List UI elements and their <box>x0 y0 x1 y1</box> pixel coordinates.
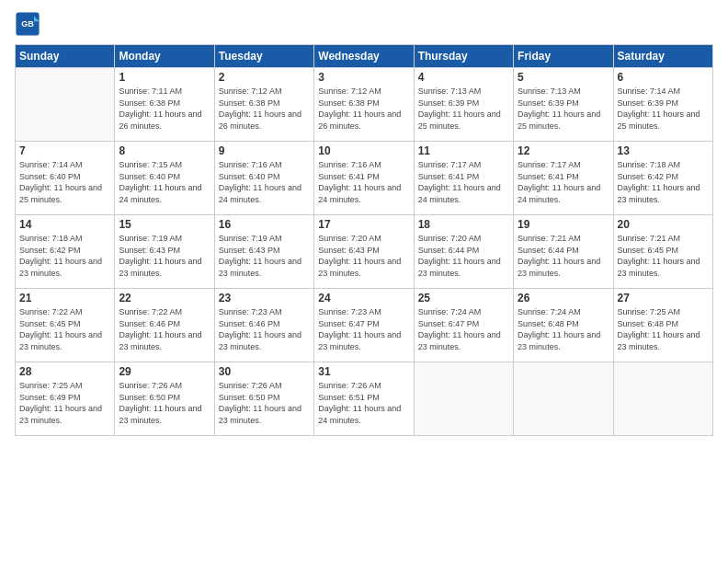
calendar-cell: 15Sunrise: 7:19 AMSunset: 6:43 PMDayligh… <box>115 215 214 289</box>
day-number: 18 <box>418 218 509 231</box>
calendar-cell: 3Sunrise: 7:12 AMSunset: 6:38 PMDaylight… <box>314 68 414 142</box>
day-info: Sunrise: 7:24 AMSunset: 6:47 PMDaylight:… <box>418 306 509 352</box>
calendar-cell: 21Sunrise: 7:22 AMSunset: 6:45 PMDayligh… <box>16 289 115 362</box>
calendar-cell: 11Sunrise: 7:17 AMSunset: 6:41 PMDayligh… <box>414 142 513 215</box>
day-number: 26 <box>518 292 609 304</box>
day-info: Sunrise: 7:13 AMSunset: 6:39 PMDaylight:… <box>518 86 609 132</box>
weekday-wednesday: Wednesday <box>314 45 414 68</box>
calendar-cell: 4Sunrise: 7:13 AMSunset: 6:39 PMDaylight… <box>414 68 513 142</box>
day-number: 19 <box>518 218 609 231</box>
day-number: 16 <box>219 218 310 231</box>
calendar-cell: 23Sunrise: 7:23 AMSunset: 6:46 PMDayligh… <box>214 289 313 362</box>
calendar-cell: 9Sunrise: 7:16 AMSunset: 6:40 PMDaylight… <box>214 142 313 215</box>
calendar-cell <box>613 362 712 436</box>
calendar-cell: 16Sunrise: 7:19 AMSunset: 6:43 PMDayligh… <box>214 215 313 289</box>
calendar-cell: 10Sunrise: 7:16 AMSunset: 6:41 PMDayligh… <box>314 142 414 215</box>
day-number: 11 <box>418 144 509 157</box>
week-row-4: 28Sunrise: 7:25 AMSunset: 6:49 PMDayligh… <box>16 362 713 436</box>
calendar-cell: 30Sunrise: 7:26 AMSunset: 6:50 PMDayligh… <box>214 362 313 436</box>
day-info: Sunrise: 7:26 AMSunset: 6:51 PMDaylight:… <box>318 380 409 426</box>
day-info: Sunrise: 7:16 AMSunset: 6:40 PMDaylight:… <box>219 159 310 205</box>
calendar-cell: 13Sunrise: 7:18 AMSunset: 6:42 PMDayligh… <box>613 142 712 215</box>
day-number: 4 <box>418 71 509 84</box>
day-number: 23 <box>219 292 310 304</box>
weekday-tuesday: Tuesday <box>214 45 313 68</box>
calendar-cell: 22Sunrise: 7:22 AMSunset: 6:46 PMDayligh… <box>115 289 214 362</box>
day-number: 30 <box>219 365 310 378</box>
day-info: Sunrise: 7:15 AMSunset: 6:40 PMDaylight:… <box>119 159 210 205</box>
calendar-header: SundayMondayTuesdayWednesdayThursdayFrid… <box>16 45 713 68</box>
day-info: Sunrise: 7:11 AMSunset: 6:38 PMDaylight:… <box>119 86 210 132</box>
calendar-table: SundayMondayTuesdayWednesdayThursdayFrid… <box>15 44 713 436</box>
calendar-cell: 31Sunrise: 7:26 AMSunset: 6:51 PMDayligh… <box>314 362 414 436</box>
day-info: Sunrise: 7:23 AMSunset: 6:47 PMDaylight:… <box>318 306 409 352</box>
calendar-cell: 20Sunrise: 7:21 AMSunset: 6:45 PMDayligh… <box>613 215 712 289</box>
day-number: 1 <box>119 71 210 84</box>
calendar-cell <box>414 362 513 436</box>
day-number: 12 <box>518 144 609 157</box>
logo-icon: GB <box>15 11 40 37</box>
day-number: 6 <box>618 71 709 84</box>
day-info: Sunrise: 7:21 AMSunset: 6:45 PMDaylight:… <box>618 233 709 279</box>
week-row-0: 1Sunrise: 7:11 AMSunset: 6:38 PMDaylight… <box>16 68 713 142</box>
day-number: 13 <box>618 144 709 157</box>
calendar-cell: 14Sunrise: 7:18 AMSunset: 6:42 PMDayligh… <box>16 215 115 289</box>
day-number: 20 <box>618 218 709 231</box>
weekday-friday: Friday <box>514 45 613 68</box>
day-info: Sunrise: 7:26 AMSunset: 6:50 PMDaylight:… <box>219 380 310 426</box>
day-info: Sunrise: 7:17 AMSunset: 6:41 PMDaylight:… <box>418 159 509 205</box>
day-info: Sunrise: 7:12 AMSunset: 6:38 PMDaylight:… <box>219 86 310 132</box>
calendar-cell: 7Sunrise: 7:14 AMSunset: 6:40 PMDaylight… <box>16 142 115 215</box>
day-info: Sunrise: 7:22 AMSunset: 6:45 PMDaylight:… <box>19 306 110 352</box>
week-row-1: 7Sunrise: 7:14 AMSunset: 6:40 PMDaylight… <box>16 142 713 215</box>
day-info: Sunrise: 7:25 AMSunset: 6:48 PMDaylight:… <box>618 306 709 352</box>
calendar-cell: 8Sunrise: 7:15 AMSunset: 6:40 PMDaylight… <box>115 142 214 215</box>
calendar-cell: 5Sunrise: 7:13 AMSunset: 6:39 PMDaylight… <box>514 68 613 142</box>
calendar-cell: 18Sunrise: 7:20 AMSunset: 6:44 PMDayligh… <box>414 215 513 289</box>
day-number: 2 <box>219 71 310 84</box>
day-number: 9 <box>219 144 310 157</box>
day-info: Sunrise: 7:18 AMSunset: 6:42 PMDaylight:… <box>618 159 709 205</box>
day-info: Sunrise: 7:20 AMSunset: 6:43 PMDaylight:… <box>318 233 409 279</box>
calendar-cell: 28Sunrise: 7:25 AMSunset: 6:49 PMDayligh… <box>16 362 115 436</box>
day-number: 22 <box>119 292 210 304</box>
weekday-row: SundayMondayTuesdayWednesdayThursdayFrid… <box>16 45 713 68</box>
weekday-saturday: Saturday <box>613 45 712 68</box>
calendar-cell <box>16 68 115 142</box>
day-number: 29 <box>119 365 210 378</box>
calendar-cell: 29Sunrise: 7:26 AMSunset: 6:50 PMDayligh… <box>115 362 214 436</box>
day-number: 7 <box>19 144 110 157</box>
calendar-cell: 1Sunrise: 7:11 AMSunset: 6:38 PMDaylight… <box>115 68 214 142</box>
weekday-monday: Monday <box>115 45 214 68</box>
day-number: 14 <box>19 218 110 231</box>
calendar-cell: 27Sunrise: 7:25 AMSunset: 6:48 PMDayligh… <box>613 289 712 362</box>
logo: GB <box>15 11 42 37</box>
day-info: Sunrise: 7:14 AMSunset: 6:40 PMDaylight:… <box>19 159 110 205</box>
day-info: Sunrise: 7:26 AMSunset: 6:50 PMDaylight:… <box>119 380 210 426</box>
day-number: 24 <box>318 292 409 304</box>
day-info: Sunrise: 7:19 AMSunset: 6:43 PMDaylight:… <box>219 233 310 279</box>
calendar-body: 1Sunrise: 7:11 AMSunset: 6:38 PMDaylight… <box>16 68 713 436</box>
day-info: Sunrise: 7:22 AMSunset: 6:46 PMDaylight:… <box>119 306 210 352</box>
day-info: Sunrise: 7:18 AMSunset: 6:42 PMDaylight:… <box>19 233 110 279</box>
day-number: 5 <box>518 71 609 84</box>
day-number: 31 <box>318 365 409 378</box>
day-number: 3 <box>318 71 409 84</box>
calendar-page: GB SundayMondayTuesdayWednesdayThursdayF… <box>0 0 728 563</box>
weekday-thursday: Thursday <box>414 45 513 68</box>
calendar-cell: 24Sunrise: 7:23 AMSunset: 6:47 PMDayligh… <box>314 289 414 362</box>
week-row-3: 21Sunrise: 7:22 AMSunset: 6:45 PMDayligh… <box>16 289 713 362</box>
calendar-cell <box>514 362 613 436</box>
day-number: 8 <box>119 144 210 157</box>
svg-text:GB: GB <box>21 19 34 29</box>
calendar-cell: 26Sunrise: 7:24 AMSunset: 6:48 PMDayligh… <box>514 289 613 362</box>
day-number: 27 <box>618 292 709 304</box>
day-number: 15 <box>119 218 210 231</box>
day-info: Sunrise: 7:14 AMSunset: 6:39 PMDaylight:… <box>618 86 709 132</box>
day-info: Sunrise: 7:24 AMSunset: 6:48 PMDaylight:… <box>518 306 609 352</box>
day-info: Sunrise: 7:16 AMSunset: 6:41 PMDaylight:… <box>318 159 409 205</box>
calendar-cell: 2Sunrise: 7:12 AMSunset: 6:38 PMDaylight… <box>214 68 313 142</box>
calendar-cell: 17Sunrise: 7:20 AMSunset: 6:43 PMDayligh… <box>314 215 414 289</box>
day-number: 10 <box>318 144 409 157</box>
day-info: Sunrise: 7:17 AMSunset: 6:41 PMDaylight:… <box>518 159 609 205</box>
